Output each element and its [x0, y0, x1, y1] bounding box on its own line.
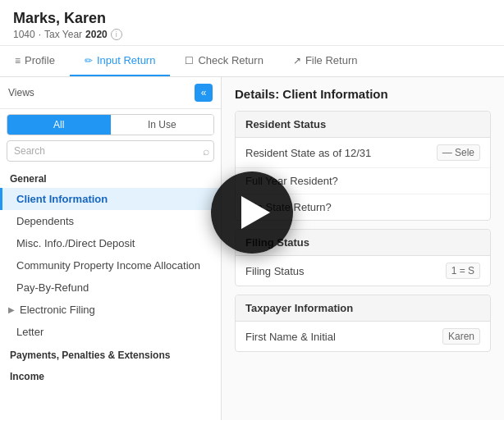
nav-item-pay-by-refund[interactable]: Pay-By-Refund — [0, 276, 221, 299]
tab-input-return-label: Input Return — [97, 54, 156, 66]
file-return-icon: ↗ — [293, 55, 301, 66]
tax-year-label: Tax Year — [44, 29, 82, 40]
tax-year-value: 2020 — [85, 29, 108, 40]
nav-list: General Client Information Dependents Mi… — [0, 167, 221, 420]
filter-tab-in-use[interactable]: In Use — [111, 115, 214, 135]
filter-tab-all[interactable]: All — [7, 115, 111, 135]
tab-file-return-label: File Return — [305, 54, 358, 66]
taxpayer-info-card: Taxpayer Information First Name & Initia… — [235, 295, 491, 352]
search-input[interactable] — [7, 140, 214, 162]
card-row-first-name: First Name & Initial Karen — [236, 322, 490, 351]
main-section-title: Details: Client Information — [235, 87, 491, 101]
card-row-resident-state: Resident State as of 12/31 — Sele — [236, 138, 490, 168]
nav-item-misc-info[interactable]: Misc. Info./Direct Deposit — [0, 232, 221, 254]
search-icon[interactable]: ⌕ — [203, 144, 209, 158]
filter-tabs: All In Use — [7, 114, 214, 135]
check-return-icon: ☐ — [185, 55, 194, 66]
nav-item-label: Electronic Filing — [20, 304, 95, 316]
nav-section-general: General — [0, 167, 221, 188]
nav-item-label: Client Information — [16, 193, 108, 205]
nav-item-electronic-filing[interactable]: ▶ Electronic Filing — [0, 299, 221, 321]
resident-status-header: Resident Status — [236, 112, 490, 138]
collapse-button[interactable]: « — [195, 84, 213, 102]
play-triangle-icon — [241, 196, 270, 229]
nav-item-label: Dependents — [16, 215, 74, 227]
nav-item-letter[interactable]: Letter — [0, 321, 221, 343]
header: Marks, Karen 1040 · Tax Year 2020 i — [0, 0, 504, 46]
row-value[interactable]: Karen — [442, 328, 480, 345]
separator: · — [39, 29, 41, 40]
nav-item-label: Pay-By-Refund — [16, 281, 89, 294]
row-label: Filing Status — [245, 265, 446, 277]
nav-section-payments: Payments, Penalties & Extensions — [0, 343, 221, 364]
profile-icon: ≡ — [15, 55, 21, 66]
tab-file-return[interactable]: ↗ File Return — [278, 46, 373, 76]
nav-item-client-information[interactable]: Client Information — [0, 188, 221, 210]
row-label: Resident State as of 12/31 — [245, 147, 437, 159]
sidebar: Views « All In Use ⌕ General Client Info… — [0, 77, 222, 420]
search-wrap: ⌕ — [7, 140, 214, 162]
views-label: Views — [8, 87, 34, 98]
nav-item-label: Community Property Income Allocation — [16, 259, 200, 272]
header-subtitle: 1040 · Tax Year 2020 i — [13, 29, 491, 40]
nav-item-community-property[interactable]: Community Property Income Allocation — [0, 254, 221, 276]
tab-input-return[interactable]: ✏ Input Return — [70, 46, 171, 76]
tab-check-return-label: Check Return — [198, 54, 263, 66]
sidebar-top: Views « — [0, 77, 221, 109]
client-name: Marks, Karen — [13, 10, 491, 27]
nav-arrow-icon: ▶ — [8, 305, 15, 314]
row-value[interactable]: 1 = S — [446, 263, 480, 279]
main-tabs: ≡ Profile ✏ Input Return ☐ Check Return … — [0, 46, 504, 77]
input-return-icon: ✏ — [85, 55, 93, 66]
row-label: First Name & Initial — [245, 331, 442, 343]
card-row-filing-status: Filing Status 1 = S — [236, 256, 490, 286]
nav-item-dependents[interactable]: Dependents — [0, 210, 221, 232]
taxpayer-info-header: Taxpayer Information — [236, 295, 490, 322]
row-value[interactable]: — Sele — [437, 144, 480, 161]
nav-item-label: Letter — [16, 326, 44, 338]
nav-section-income: Income — [0, 364, 221, 386]
play-button[interactable] — [211, 171, 293, 254]
tab-check-return[interactable]: ☐ Check Return — [170, 46, 277, 76]
info-icon[interactable]: i — [111, 29, 122, 40]
nav-item-label: Misc. Info./Direct Deposit — [16, 237, 135, 249]
tab-profile-label: Profile — [25, 54, 55, 66]
tab-profile[interactable]: ≡ Profile — [0, 46, 70, 76]
form-number: 1040 — [13, 29, 35, 40]
